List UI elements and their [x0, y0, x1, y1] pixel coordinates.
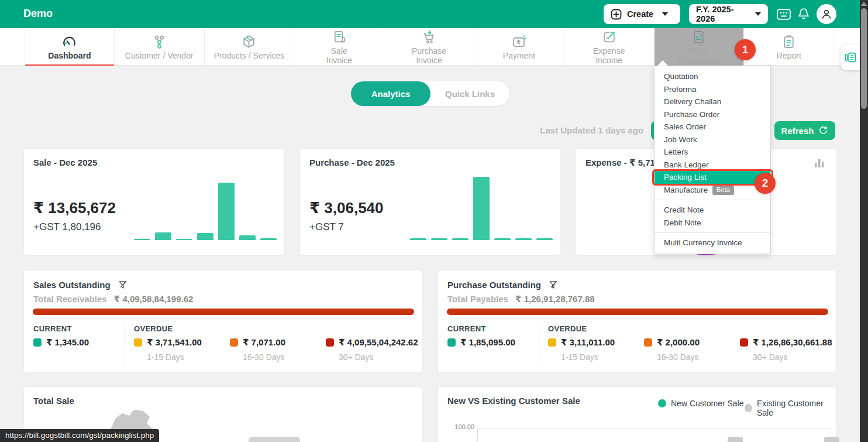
sales-outstanding-header: Sales Outstanding	[33, 279, 129, 290]
overdue-16-30-period: 16-30 Days	[657, 352, 700, 362]
notifications-bell-icon[interactable]	[797, 6, 811, 22]
overdue-16-30-dot	[230, 338, 238, 347]
current-receivable-item: ₹ 1,345.00	[33, 337, 89, 348]
mini-bar	[197, 233, 213, 240]
current-value: ₹ 1,85,095.00	[460, 337, 515, 348]
fiscal-year-selector[interactable]: F.Y. 2025-2026	[689, 4, 768, 24]
side-floating-button[interactable]	[841, 44, 860, 70]
overdue-1-15-dot	[134, 338, 142, 347]
beta-badge: Beta	[712, 186, 734, 195]
overdue-30-plus-value: ₹ 1,26,86,30,661.88	[753, 337, 832, 348]
menu-divider	[655, 200, 770, 200]
sale-amount: ₹ 13,65,672	[33, 199, 116, 217]
menu-item-multi-currency-invoice[interactable]: Multi Currency Invoice	[655, 237, 770, 249]
menu-item-delivery-challan[interactable]: Delivery Challan	[655, 95, 770, 108]
refresh-icon	[818, 126, 828, 136]
y-axis-tick: 100.00	[446, 423, 474, 430]
rupee-icon: ₹	[511, 34, 527, 50]
user-avatar[interactable]	[817, 4, 836, 24]
total-payables-label: Total Payables	[447, 294, 508, 304]
mini-bar	[239, 235, 256, 240]
cart-icon	[421, 29, 437, 45]
new-customer-legend-dot	[658, 399, 666, 407]
new-customer-legend-label: New Customer Sale	[671, 399, 744, 408]
menu-item-letters[interactable]: Letters	[655, 146, 770, 159]
svg-text:₹: ₹	[516, 39, 521, 46]
menu-item-bank-ledger[interactable]: Bank Ledger	[655, 159, 770, 172]
current-section-label: CURRENT	[33, 324, 72, 333]
overdue-16-30-item: ₹ 2,000.00 16-30 Days	[644, 337, 700, 362]
refresh-button[interactable]: Refresh	[774, 121, 835, 140]
dropdown-caret	[657, 60, 668, 66]
total-payables-row: Total Payables ₹ 1,26,91,28,767.88	[447, 294, 595, 304]
chart-axis	[477, 429, 834, 429]
tab-expense-income[interactable]: Expense Income	[564, 28, 655, 66]
tab-label: Dashboard	[48, 51, 91, 60]
browser-scrollbar[interactable]	[860, 0, 868, 442]
scrollbar-up-arrow-icon[interactable]	[861, 2, 867, 6]
menu-item-label: Manufacture	[664, 186, 708, 194]
plus-icon	[611, 9, 622, 20]
tab-purchase-invoice[interactable]: Purchase Invoice	[384, 28, 474, 66]
scrollbar-thumb[interactable]	[861, 8, 867, 109]
toggle-quick-links[interactable]: Quick Links	[430, 81, 509, 106]
filter-off-icon[interactable]	[548, 279, 559, 290]
dashboard-view-toggle: Analytics Quick Links	[351, 81, 509, 106]
gauge-icon	[61, 34, 77, 50]
overdue-16-30-value: ₹ 7,071.00	[243, 337, 285, 348]
toggle-analytics[interactable]: Analytics	[351, 81, 430, 106]
filter-off-icon[interactable]	[118, 279, 129, 290]
annotation-step-1-badge: 1	[735, 39, 756, 60]
shortcut-keys-icon[interactable]	[776, 6, 791, 22]
existing-customer-legend-label: Existing Customer Sale	[757, 399, 836, 417]
mini-bar	[536, 238, 553, 240]
tab-label: Expense Income	[593, 46, 625, 65]
sale-mini-bar-chart	[129, 174, 277, 240]
menu-item-proforma[interactable]: Proforma	[655, 83, 770, 96]
clipboard-icon	[781, 34, 797, 50]
tab-dashboard[interactable]: Dashboard	[25, 28, 115, 66]
tab-customer-vendor[interactable]: Customer / Vendor	[115, 28, 205, 66]
purchase-amount-block: ₹ 3,06,540 +GST 7	[309, 199, 384, 233]
document-pen-icon	[844, 51, 857, 64]
people-icon	[151, 34, 167, 50]
menu-item-job-work[interactable]: Job Work	[655, 133, 770, 146]
menu-item-quotation[interactable]: Quotation	[655, 70, 770, 83]
tab-label: Products / Services	[214, 51, 285, 60]
mini-bar	[431, 238, 447, 240]
tab-report[interactable]: Report	[744, 28, 834, 66]
other-documents-dropdown: Quotation Proforma Delivery Challan Purc…	[654, 66, 771, 254]
receivables-progress-bar	[33, 309, 414, 315]
menu-item-purchase-order[interactable]: Purchase Order	[655, 108, 770, 121]
total-payables-value: ₹ 1,26,91,28,767.88	[515, 294, 595, 304]
map-region-shape	[249, 437, 300, 442]
document-clock-icon	[691, 29, 707, 45]
bar-chart-icon[interactable]	[813, 157, 826, 169]
menu-item-manufacture[interactable]: ManufactureBeta	[655, 184, 770, 197]
tab-label: Sale Invoice	[326, 46, 352, 65]
menu-item-credit-note[interactable]: Credit Note	[655, 204, 770, 217]
tab-payment[interactable]: ₹ Payment	[474, 28, 564, 66]
new-vs-existing-card: New VS Existing Customer Sale New Custom…	[438, 386, 836, 442]
section-divider	[539, 324, 539, 364]
mini-bar	[452, 238, 469, 240]
current-dot	[447, 338, 456, 347]
mini-bar	[176, 239, 192, 240]
create-button[interactable]: Create	[604, 4, 680, 24]
menu-item-packing-list[interactable]: Packing List	[655, 171, 770, 184]
overdue-1-15-item: ₹ 3,71,541.00 1-15 Days	[134, 337, 202, 362]
browser-status-url: https://bill.gogstbill.com/gst/packingli…	[0, 429, 159, 442]
menu-item-debit-note[interactable]: Debit Note	[655, 217, 770, 229]
tab-label: Purchase Invoice	[412, 46, 446, 65]
purchase-mini-bar-chart	[405, 174, 553, 240]
menu-item-sales-order[interactable]: Sales Order	[655, 121, 770, 133]
expense-title-prefix: Expense -	[585, 157, 629, 167]
overdue-30-plus-period: 30+ Days	[339, 352, 418, 362]
sales-outstanding-card: Sales Outstanding Total Receivables ₹ 4,…	[23, 270, 422, 373]
tab-products-services[interactable]: Products / Services	[205, 28, 295, 66]
tab-label: Payment	[503, 51, 535, 60]
tab-sale-invoice[interactable]: Sale Invoice	[294, 28, 384, 66]
tab-label: Other Documents	[678, 46, 720, 65]
legend-new-customer: New Customer Sale	[658, 399, 744, 408]
overdue-16-30-item: ₹ 7,071.00 16-30 Days	[230, 337, 285, 362]
